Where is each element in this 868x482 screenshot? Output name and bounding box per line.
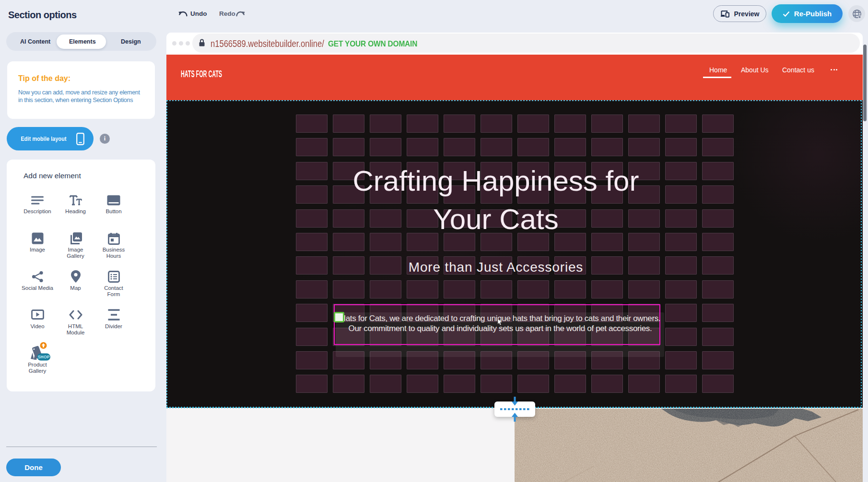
- svg-text:SHOP: SHOP: [38, 355, 50, 359]
